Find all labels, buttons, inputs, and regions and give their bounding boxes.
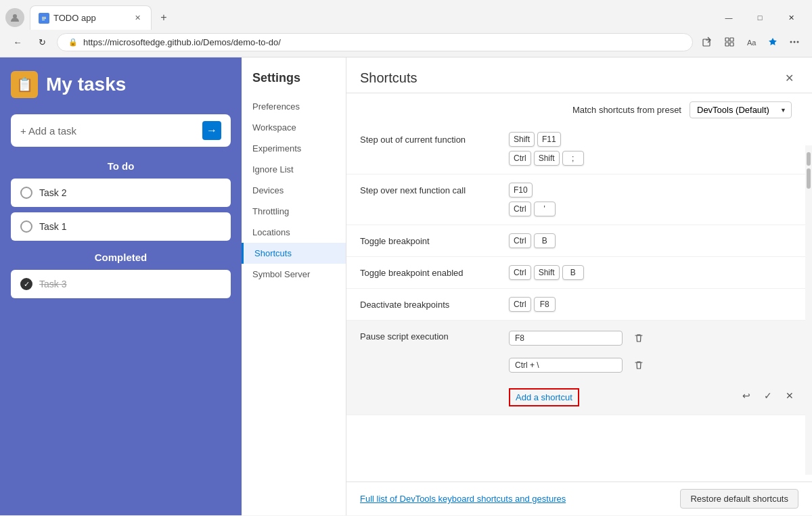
shortcut-name: Toggle breakpoint enabled bbox=[360, 265, 495, 278]
shortcut-row-step-out: Step out of current function Shift F11 C… bbox=[346, 124, 812, 174]
svg-rect-3 bbox=[42, 18, 46, 19]
svg-rect-4 bbox=[42, 20, 45, 20]
task-checkbox[interactable] bbox=[20, 187, 32, 199]
maximize-button[interactable]: □ bbox=[744, 7, 775, 28]
shortcut-row-pause-script: Pause script execution bbox=[346, 321, 812, 415]
close-button[interactable]: ✕ bbox=[775, 7, 807, 28]
key-group: F10 bbox=[509, 183, 798, 197]
profile-icon[interactable] bbox=[5, 8, 24, 27]
preset-select-wrapper[interactable]: DevTools (Default) Visual Studio Code bbox=[690, 101, 792, 118]
svg-rect-10 bbox=[730, 43, 734, 46]
shortcut-name: Deactivate breakpoints bbox=[360, 297, 495, 310]
key-group: Ctrl ' bbox=[509, 202, 798, 216]
shortcuts-close-button[interactable]: ✕ bbox=[780, 68, 798, 87]
app-icon: 📋 bbox=[11, 71, 38, 98]
confirm-button[interactable]: ✓ bbox=[759, 387, 777, 404]
task-checkbox[interactable] bbox=[20, 220, 32, 233]
back-button[interactable]: ← bbox=[8, 32, 27, 51]
key: F10 bbox=[509, 183, 533, 197]
key-group: Ctrl B bbox=[509, 233, 798, 248]
task-item[interactable]: Task 1 bbox=[11, 212, 231, 241]
key: Ctrl bbox=[509, 151, 531, 166]
shortcut-keys: Shift F11 Ctrl Shift ; bbox=[509, 132, 798, 166]
svg-text:Aa: Aa bbox=[747, 39, 757, 47]
address-bar: ← ↻ 🔒 https://microsoftedge.github.io/De… bbox=[0, 30, 812, 57]
share-icon[interactable] bbox=[698, 32, 717, 51]
svg-rect-9 bbox=[725, 43, 729, 46]
svg-point-12 bbox=[790, 41, 792, 43]
settings-nav-item-workspace[interactable]: Workspace bbox=[242, 117, 346, 138]
completed-section-title: Completed bbox=[11, 252, 231, 263]
settings-nav-item-locations[interactable]: Locations bbox=[242, 222, 346, 243]
completed-task-checkbox[interactable]: ✓ bbox=[20, 278, 32, 290]
tab-close-button[interactable]: ✕ bbox=[132, 13, 143, 24]
svg-rect-2 bbox=[42, 17, 46, 18]
add-task-button[interactable]: → bbox=[202, 121, 221, 140]
shortcut-keys: Ctrl B bbox=[509, 233, 798, 248]
settings-nav-item-throttling[interactable]: Throttling bbox=[242, 201, 346, 222]
settings-nav-item-ignore-list[interactable]: Ignore List bbox=[242, 159, 346, 180]
delete-shortcut-button-2[interactable] bbox=[629, 356, 648, 375]
key: Ctrl bbox=[509, 233, 531, 248]
settings-nav-item-devices[interactable]: Devices bbox=[242, 180, 346, 201]
app-header: 📋 My tasks bbox=[11, 71, 231, 98]
key: F11 bbox=[537, 132, 561, 147]
delete-shortcut-button-1[interactable] bbox=[629, 329, 648, 348]
shortcuts-content: Step out of current function Shift F11 C… bbox=[346, 124, 812, 487]
preset-select[interactable]: DevTools (Default) Visual Studio Code bbox=[690, 101, 792, 118]
key-group: Ctrl Shift ; bbox=[509, 151, 798, 166]
completed-section: Completed ✓ Task 3 bbox=[11, 252, 231, 298]
active-tab[interactable]: TODO app ✕ bbox=[30, 5, 152, 30]
preset-label: Match shortcuts from preset bbox=[572, 105, 681, 115]
shortcut-keys: Ctrl F8 bbox=[509, 297, 798, 312]
favorites-icon[interactable] bbox=[763, 32, 782, 51]
shortcut-input-1[interactable] bbox=[509, 331, 623, 346]
main-content: 📋 My tasks + Add a task → To do Task 2 T… bbox=[0, 57, 812, 515]
svg-rect-8 bbox=[730, 38, 734, 41]
key: Shift bbox=[534, 151, 560, 166]
key-group: Ctrl F8 bbox=[509, 297, 798, 312]
shortcut-row-toggle-bp-enabled: Toggle breakpoint enabled Ctrl Shift B bbox=[346, 257, 812, 289]
settings-nav-item-preferences[interactable]: Preferences bbox=[242, 96, 346, 117]
restore-default-shortcuts-button[interactable]: Restore default shortcuts bbox=[680, 489, 798, 509]
collections-icon[interactable] bbox=[720, 32, 739, 51]
shortcut-input-2[interactable] bbox=[509, 358, 623, 373]
undo-button[interactable]: ↩ bbox=[738, 387, 755, 404]
settings-panel: Settings Preferences Workspace Experimen… bbox=[242, 57, 346, 515]
app-title: My tasks bbox=[46, 74, 126, 95]
settings-nav-item-shortcuts[interactable]: Shortcuts bbox=[242, 243, 346, 264]
todo-section-title: To do bbox=[11, 160, 231, 172]
task-text: Task 2 bbox=[39, 187, 66, 198]
shortcut-keys-editing: Add a shortcut ↩ ✓ ✕ bbox=[509, 329, 798, 406]
key: B bbox=[562, 265, 584, 280]
todo-sidebar: 📋 My tasks + Add a task → To do Task 2 T… bbox=[0, 57, 242, 515]
preset-row: Match shortcuts from preset DevTools (De… bbox=[346, 93, 812, 124]
settings-nav-item-symbol-server[interactable]: Symbol Server bbox=[242, 264, 346, 285]
settings-nav-item-experiments[interactable]: Experiments bbox=[242, 138, 346, 159]
task-item[interactable]: Task 2 bbox=[11, 179, 231, 207]
shortcut-row-deactivate-bp: Deactivate breakpoints Ctrl F8 bbox=[346, 289, 812, 321]
window-controls: — □ ✕ bbox=[713, 7, 807, 28]
key: Shift bbox=[509, 132, 535, 147]
address-input[interactable]: 🔒 https://microsoftedge.github.io/Demos/… bbox=[57, 33, 693, 51]
add-task-bar[interactable]: + Add a task → bbox=[11, 114, 231, 147]
scrollbar[interactable] bbox=[805, 145, 812, 475]
shortcut-row-step-over: Step over next function call F10 Ctrl ' bbox=[346, 174, 812, 225]
key-group: Shift F11 bbox=[509, 132, 798, 147]
lock-icon: 🔒 bbox=[68, 38, 78, 47]
more-options-icon[interactable] bbox=[785, 32, 804, 51]
refresh-button[interactable]: ↻ bbox=[32, 32, 51, 51]
read-aloud-icon[interactable]: Aa bbox=[742, 32, 761, 51]
tab-title: TODO app bbox=[53, 13, 128, 23]
svg-point-14 bbox=[797, 41, 799, 43]
cancel-edit-button[interactable]: ✕ bbox=[781, 387, 798, 404]
add-shortcut-button[interactable]: Add a shortcut bbox=[509, 388, 579, 406]
new-tab-button[interactable]: + bbox=[154, 8, 173, 27]
shortcuts-footer: Full list of DevTools keyboard shortcuts… bbox=[346, 482, 812, 515]
svg-point-13 bbox=[794, 41, 796, 43]
full-list-link[interactable]: Full list of DevTools keyboard shortcuts… bbox=[360, 494, 566, 504]
shortcut-keys: Ctrl Shift B bbox=[509, 265, 798, 280]
completed-task-item[interactable]: ✓ Task 3 bbox=[11, 270, 231, 298]
svg-rect-7 bbox=[725, 38, 729, 41]
minimize-button[interactable]: — bbox=[713, 7, 744, 28]
